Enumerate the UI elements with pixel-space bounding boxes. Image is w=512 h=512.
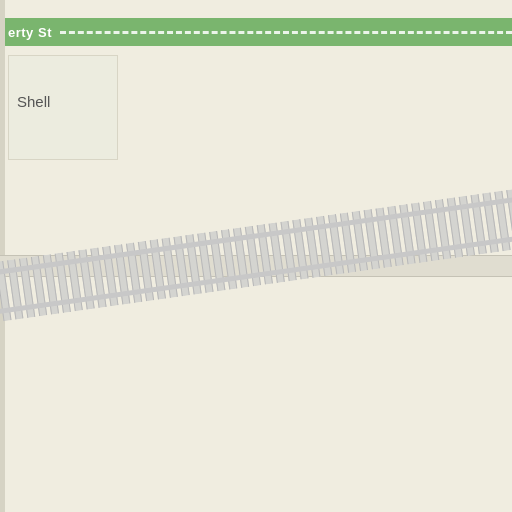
street-label: erty St <box>0 25 52 40</box>
street-dashes <box>60 31 512 34</box>
liberty-street: erty St <box>0 18 512 46</box>
map-view: erty St Shell <box>0 0 512 512</box>
shell-poi-label[interactable]: Shell <box>17 93 50 110</box>
railroad-track <box>0 173 512 330</box>
railroad-outer <box>0 173 512 330</box>
